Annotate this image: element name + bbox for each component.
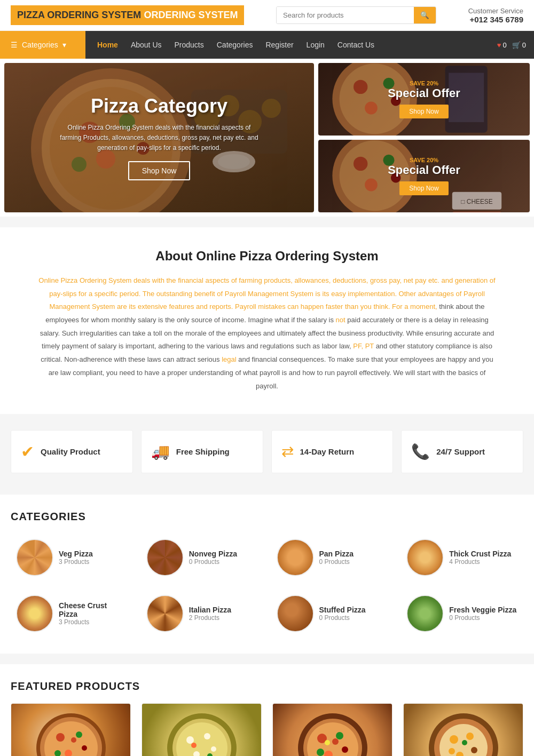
- category-count: 0 Products: [189, 558, 237, 566]
- category-veg-pizza[interactable]: Veg Pizza 3 Products: [11, 534, 133, 582]
- category-stuffed-pizza[interactable]: Stuffed Pizza 0 Products: [271, 590, 394, 638]
- category-name: Cheese Crust Pizza: [59, 601, 128, 618]
- svg-point-36: [56, 733, 65, 742]
- svg-point-48: [211, 746, 216, 752]
- hero-side2-save: SAVE 20%: [388, 157, 460, 163]
- hero-side1-button[interactable]: Shop Now: [399, 105, 448, 118]
- categories-dropdown[interactable]: ☰ Categories ▾: [0, 31, 85, 59]
- phone-support-icon: 📞: [411, 443, 430, 460]
- customer-service-label: Customer Service: [468, 7, 523, 15]
- category-count: 0 Products: [449, 614, 516, 622]
- logo-pizza: PIZZA: [17, 10, 44, 20]
- category-fresh-veggie[interactable]: Fresh Veggie Pizza 0 Products: [401, 590, 523, 638]
- about-text: Online Pizza Ordering System deals with …: [37, 274, 497, 393]
- category-cheese-crust[interactable]: Cheese Crust Pizza 3 Products: [11, 590, 133, 638]
- nav-icons: ♥ 0 🛒 0: [489, 31, 534, 59]
- wishlist-count: 0: [503, 41, 507, 49]
- category-img: [16, 539, 53, 576]
- svg-point-25: [354, 157, 367, 171]
- product-img-4: [404, 704, 523, 756]
- category-img: [277, 595, 314, 632]
- categories-label: Categories: [22, 41, 58, 49]
- header: PIZZA ORDERING SYSTEM ORDERING SYSTEM 🔍 …: [0, 0, 534, 31]
- wishlist-icon[interactable]: ♥ 0: [497, 41, 507, 49]
- svg-point-17: [354, 80, 367, 94]
- svg-point-45: [186, 736, 194, 744]
- category-info: Nonveg Pizza 0 Products: [189, 550, 237, 566]
- featured-section: FEATURED PRODUCTS Fresh Pizza: [0, 664, 534, 756]
- category-count: 3 Products: [59, 618, 128, 626]
- svg-text:□ CHEESE: □ CHEESE: [461, 198, 492, 205]
- category-name: Nonveg Pizza: [189, 550, 237, 558]
- category-name: Italian Pizza: [189, 606, 231, 614]
- hero-shop-now-button[interactable]: Shop Now: [128, 161, 191, 180]
- svg-point-37: [76, 731, 82, 738]
- svg-point-55: [336, 732, 343, 739]
- category-pan-pizza[interactable]: Pan Pizza 0 Products: [271, 534, 394, 582]
- category-info: Veg Pizza 3 Products: [59, 550, 93, 566]
- category-nonveg-pizza[interactable]: Nonveg Pizza 0 Products: [141, 534, 263, 582]
- hero-main: Pizza Category Online Pizza Ordering Sys…: [4, 63, 314, 212]
- feature-support: 📞 24/7 Support: [401, 430, 523, 473]
- svg-point-27: [365, 179, 378, 192]
- product-img-2: [142, 704, 261, 756]
- products-grid: Fresh Pizza ₹ 800 ₹800 View Details: [11, 703, 523, 756]
- svg-point-60: [325, 740, 330, 745]
- feature-quality-label: Quality Product: [41, 447, 100, 456]
- product-img-1: [11, 704, 130, 756]
- cart-count: 0: [522, 41, 526, 49]
- product-card-2: Corn Pizza ₹ 220 ₹220 View Details: [142, 703, 262, 756]
- hamburger-icon: ☰: [11, 41, 18, 49]
- nav-categories[interactable]: Categories: [210, 31, 260, 59]
- feature-return-label: 14-Day Return: [300, 447, 355, 456]
- heart-icon: ♥: [497, 41, 501, 49]
- search-input[interactable]: [277, 7, 414, 23]
- category-info: Stuffed Pizza 0 Products: [319, 606, 366, 622]
- category-img: [406, 539, 444, 576]
- nav-links: Home About Us Products Categories Regist…: [85, 31, 489, 59]
- category-italian-pizza[interactable]: Italian Pizza 2 Products: [141, 590, 263, 638]
- nav-products[interactable]: Products: [168, 31, 210, 59]
- svg-point-49: [191, 743, 197, 748]
- category-thick-crust[interactable]: Thick Crust Pizza 4 Products: [401, 534, 523, 582]
- chevron-down-icon: ▾: [62, 41, 66, 49]
- about-text-not: not: [336, 316, 345, 324]
- svg-point-39: [82, 745, 87, 751]
- nav-contact[interactable]: Contact Us: [331, 31, 381, 59]
- category-count: 0 Products: [319, 558, 354, 566]
- cart-icon: 🛒: [512, 41, 521, 49]
- svg-point-64: [450, 735, 458, 744]
- customer-service: Customer Service +012 345 6789: [468, 7, 523, 24]
- product-card-3: Delight Pizza ₹ 180 ₹180 View Details: [272, 703, 392, 756]
- hero-main-overlay: Pizza Category Online Pizza Ordering Sys…: [4, 63, 314, 212]
- svg-point-57: [342, 746, 348, 753]
- about-title: About Online Pizza Ordering System: [32, 249, 502, 264]
- nav: ☰ Categories ▾ Home About Us Products Ca…: [0, 31, 534, 59]
- hero-side2-button[interactable]: Shop Now: [399, 181, 448, 195]
- category-img: [406, 595, 444, 632]
- hero-side1-overlay: SAVE 20% Special Offer Shop Now: [388, 80, 460, 118]
- hero-section: Pizza Category Online Pizza Ordering Sys…: [0, 59, 534, 217]
- svg-point-19: [365, 102, 378, 115]
- category-info: Thick Crust Pizza 4 Products: [449, 550, 511, 566]
- product-img-3: [273, 704, 392, 756]
- hero-side2-overlay: SAVE 20% Special Offer Shop Now: [388, 157, 460, 195]
- nav-home[interactable]: Home: [91, 31, 124, 59]
- category-img: [146, 539, 184, 576]
- category-img: [146, 595, 184, 632]
- nav-about[interactable]: About Us: [124, 31, 168, 59]
- category-img: [16, 595, 53, 632]
- nav-login[interactable]: Login: [300, 31, 331, 59]
- product-card-1: Fresh Pizza ₹ 800 ₹800 View Details: [11, 703, 131, 756]
- search-button[interactable]: 🔍: [414, 7, 436, 23]
- hero-side-1: SAVE 20% Special Offer Shop Now: [318, 63, 530, 136]
- category-info: Italian Pizza 2 Products: [189, 606, 231, 622]
- logo-ordering: ORDERING SYSTEM: [47, 10, 141, 20]
- return-icon: ⇄: [281, 443, 294, 460]
- about-section: About Online Pizza Ordering System Onlin…: [0, 227, 534, 414]
- categories-grid: Veg Pizza 3 Products Nonveg Pizza 0 Prod…: [11, 534, 523, 638]
- nav-register[interactable]: Register: [259, 31, 300, 59]
- category-count: 0 Products: [319, 614, 366, 622]
- cart-icon-wrapper[interactable]: 🛒 0: [512, 41, 526, 49]
- category-info: Fresh Veggie Pizza 0 Products: [449, 606, 516, 622]
